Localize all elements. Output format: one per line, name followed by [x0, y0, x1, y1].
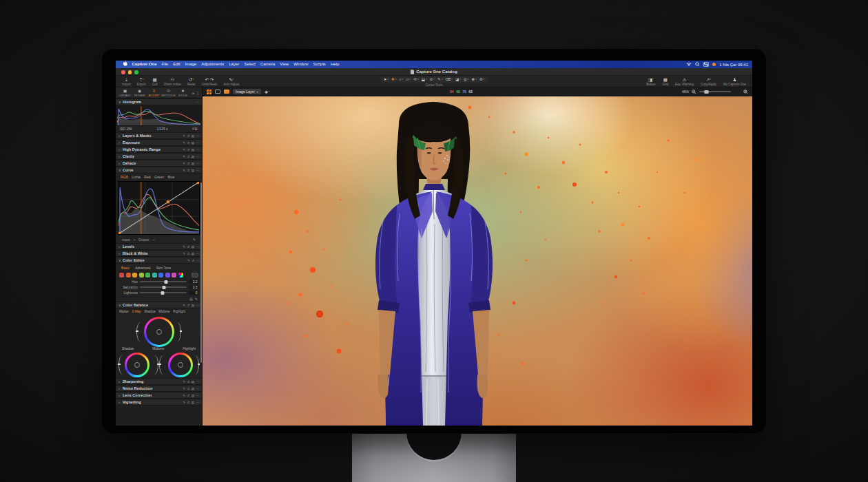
- highlight-color-wheel[interactable]: [168, 353, 193, 377]
- zoom-button[interactable]: [134, 70, 138, 74]
- edit-icon[interactable]: ✎: [183, 245, 185, 249]
- cursor-tool-button[interactable]: ✎▾: [437, 77, 443, 81]
- panel-header-histogram[interactable]: ∨ Histogram ⋯: [116, 98, 202, 105]
- more-icon[interactable]: ⋯: [196, 401, 200, 404]
- menu-item[interactable]: Camera: [258, 61, 277, 68]
- reset-icon[interactable]: ↺: [187, 380, 189, 384]
- color-swatch[interactable]: [132, 273, 137, 277]
- tool-tab[interactable]: ▣ LIBRARY: [118, 89, 132, 97]
- wifi-icon[interactable]: [686, 62, 692, 67]
- cursor-tool-button[interactable]: ◪▾: [455, 77, 462, 81]
- slider-thumb[interactable]: [161, 291, 164, 295]
- more-icon[interactable]: ⋯: [196, 380, 200, 384]
- slider-value[interactable]: 0: [189, 291, 198, 295]
- minimize-button[interactable]: [128, 70, 132, 74]
- toolbar-button[interactable]: ↶ ↷ Undo/Redo: [202, 77, 218, 86]
- panel-header-color-balance[interactable]: ∨ Color Balance ✎ ↺ ▤ ⋯: [116, 302, 202, 308]
- toolbar-button[interactable]: ⚠ Exp. Warning: [675, 77, 694, 86]
- cursor-tool-button[interactable]: ◎▾: [463, 77, 470, 81]
- zoom-out-icon[interactable]: [692, 90, 696, 94]
- cursor-tool-button[interactable]: ⌕▾: [398, 77, 404, 82]
- more-icon[interactable]: ⋯: [196, 134, 200, 138]
- more-icon[interactable]: ⋯: [196, 155, 200, 158]
- menu-item[interactable]: File: [159, 61, 171, 68]
- menu-item[interactable]: View: [278, 61, 291, 68]
- toolbar-button[interactable]: ↺▾ Reset: [187, 77, 196, 86]
- toolbar-button[interactable]: ↗▾ Copy/Apply: [701, 77, 716, 86]
- slider-value[interactable]: 2.2: [189, 280, 198, 284]
- color-swatch[interactable]: [126, 273, 131, 277]
- menu-item[interactable]: Capture One: [130, 61, 159, 68]
- cursor-tool-button[interactable]: ⟲▾: [413, 77, 419, 81]
- preset-icon[interactable]: ▤: [192, 169, 194, 172]
- color-balance-tab[interactable]: Shadow: [144, 308, 156, 315]
- edit-icon[interactable]: ✎: [183, 155, 185, 158]
- toolbar-button[interactable]: ✎▾ Auto Adjust: [223, 77, 239, 86]
- color-swatch[interactable]: [139, 273, 144, 277]
- panel-header-curve[interactable]: ∨ Curve ✎ ↺ ▤ ⋯: [116, 167, 202, 174]
- reset-icon[interactable]: ↺: [187, 304, 189, 307]
- curve-channel-tab[interactable]: Luma: [132, 174, 141, 180]
- toolbar-button[interactable]: ⇣ Import: [122, 77, 131, 86]
- menu-item[interactable]: Window: [291, 61, 311, 68]
- edit-icon[interactable]: ✎: [183, 304, 185, 307]
- edit-icon[interactable]: ✎: [183, 401, 185, 404]
- reset-icon[interactable]: ↺: [187, 401, 189, 404]
- curve-channel-tab[interactable]: RGB: [121, 174, 128, 180]
- multi-view-icon[interactable]: [207, 90, 211, 94]
- color-editor-tab[interactable]: Skin Tone: [156, 264, 171, 271]
- photo-canvas[interactable]: [203, 96, 752, 426]
- tool-tab[interactable]: ⊙ RETOUCH: [161, 89, 176, 97]
- toolbar-button[interactable]: ◨▾ Before: [646, 77, 655, 86]
- edit-icon[interactable]: ✎: [183, 252, 185, 255]
- swatch-options-button[interactable]: [192, 273, 198, 277]
- color-picker-icon[interactable]: ✎: [195, 297, 198, 301]
- reset-icon[interactable]: ↺: [187, 169, 189, 172]
- tool-tab[interactable]: ≡ ADJUST: [147, 89, 161, 97]
- edit-icon[interactable]: ✎: [183, 141, 185, 145]
- preset-icon[interactable]: ▤: [189, 297, 193, 301]
- more-icon[interactable]: ⋯: [196, 259, 200, 262]
- panel-header[interactable]: › Vignetting ✎ ↺ ▤ ⋯: [116, 399, 202, 406]
- zoom-level[interactable]: 46%: [682, 90, 689, 94]
- cursor-tool-button[interactable]: ⌫▾: [444, 77, 453, 81]
- slider-thumb[interactable]: [165, 280, 168, 284]
- panel-header[interactable]: › Sharpening ✎ ↺ ▤ ⋯: [116, 378, 202, 385]
- zoom-in-icon[interactable]: [743, 90, 748, 94]
- preset-icon[interactable]: ▤: [192, 380, 194, 384]
- color-balance-tab[interactable]: Highlight: [173, 308, 185, 315]
- edit-icon[interactable]: ✎: [183, 162, 185, 165]
- tool-tab[interactable]: ◉ TETHER: [132, 89, 147, 97]
- cursor-tool-button[interactable]: ⊕▾: [471, 77, 477, 81]
- panel-header[interactable]: › Clarity ✎ ↺ ▤ ⋯: [116, 153, 202, 160]
- toolbar-button[interactable]: ▦ Grid: [663, 77, 669, 86]
- color-swatch[interactable]: [158, 273, 163, 277]
- color-swatch[interactable]: [152, 273, 157, 277]
- shadow-lightness-slider[interactable]: [150, 355, 158, 375]
- tool-tab[interactable]: ★ STYLE: [176, 89, 190, 97]
- shadow-color-wheel[interactable]: [125, 353, 149, 377]
- color-balance-tab[interactable]: 3-Way: [132, 308, 141, 315]
- midtone-saturation-slider[interactable]: [136, 322, 145, 342]
- reset-icon[interactable]: ↺: [187, 394, 189, 397]
- zoom-slider[interactable]: [699, 91, 731, 92]
- slider-value[interactable]: 2.3: [189, 285, 198, 289]
- reset-icon[interactable]: ↺: [187, 252, 189, 255]
- color-editor-tab[interactable]: Advanced: [135, 264, 150, 271]
- highlight-lightness-slider[interactable]: [191, 355, 199, 375]
- curve-channel-tab[interactable]: Green: [154, 174, 164, 180]
- cursor-tool-button[interactable]: ⊙▾: [429, 77, 435, 81]
- preset-icon[interactable]: ▤: [192, 155, 194, 158]
- cursor-tool-button[interactable]: ⬓▾: [421, 77, 428, 81]
- proof-view-icon[interactable]: [224, 90, 229, 94]
- cursor-tool-button[interactable]: ▱▾: [405, 77, 411, 81]
- color-swatch[interactable]: [172, 273, 176, 277]
- color-swatch[interactable]: [145, 273, 150, 277]
- more-icon[interactable]: ⋯: [196, 394, 200, 397]
- menu-item[interactable]: Image: [183, 61, 199, 68]
- slider-thumb[interactable]: [163, 286, 166, 289]
- reset-icon[interactable]: ↺: [187, 148, 189, 151]
- toolbar-button[interactable]: ⇡▾ Export: [137, 77, 146, 86]
- highlight-saturation-slider[interactable]: [159, 355, 167, 375]
- more-icon[interactable]: ⋯: [196, 162, 200, 165]
